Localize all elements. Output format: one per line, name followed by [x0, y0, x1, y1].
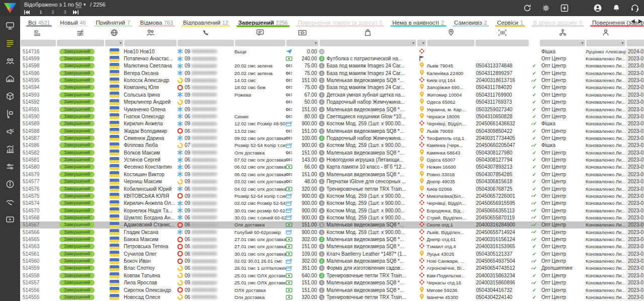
sidebar-item-marketing[interactable] [4, 127, 17, 138]
page-number-3[interactable]: 3 [59, 10, 71, 15]
filter-input-ttn[interactable] [475, 40, 529, 46]
order-row-514591[interactable]: 514591ЗавершенийЧумаченко Олена09151.001… [20, 106, 644, 113]
order-row-514560[interactable]: 514560ЗавершенийБокоч Иван0902.02 30.01 … [20, 257, 644, 264]
sidebar-item-dashboard[interactable] [4, 21, 17, 32]
filter-input-name[interactable] [124, 40, 177, 46]
order-row-514590[interactable]: 514590ЗавершенийГнатюк Олексндр06Синие80… [20, 113, 644, 120]
country-cell [105, 200, 124, 207]
order-row-514599[interactable]: 514599ЗавершенийПотапенко Анастас...0924… [20, 55, 644, 62]
order-row-514575[interactable]: 514575ЗавершенийКВІТОВСЬКА ЮЛІЯ09Розмір … [20, 192, 644, 199]
sidebar-item-clients[interactable] [4, 56, 17, 67]
kyivstar-icon [177, 207, 183, 213]
order-row-514593[interactable]: 514593ЗавершенийСольська Ірина09Рожева67… [20, 91, 644, 98]
order-row-514559[interactable]: 514559ЗавершенийВлас Слотюу0626.01 смс 1… [20, 265, 644, 272]
client-name: Малютина Светлана [124, 62, 177, 69]
filter-input-phone[interactable] [178, 40, 234, 46]
order-row-514565[interactable]: 514565ЗавершенийБаюка Максим0627.01 смс … [20, 236, 644, 243]
order-row-514566[interactable]: 514566ЗавершенийГладик Оксана09Голубий 6… [20, 229, 644, 236]
country-cell [105, 207, 124, 214]
order-row-514592[interactable]: 514592ЗавершенийМерклингер Андрей0950.00… [20, 99, 644, 106]
sidebar-item-partners[interactable] [4, 197, 17, 208]
last-page-button[interactable] [73, 10, 78, 15]
order-row-514567[interactable]: 514567ЗавершенийАдамовский Станис...06Ол… [20, 221, 644, 229]
filter-input-payment[interactable]: ▼ [286, 40, 318, 46]
order-row-514568[interactable]: 514568ЗавершенийШумляс Богдана Ан...0630… [20, 214, 644, 221]
sidebar-item-delivery[interactable] [4, 109, 17, 120]
filter-input-date[interactable] [626, 40, 644, 46]
order-row-514581[interactable]: 514581ЗавершенийУстинов Сергей0607.02 см… [20, 156, 644, 163]
order-row-514558[interactable]: 514558ЗавершенийКовпак Татьяна0925.01 см… [20, 272, 644, 279]
account-icon[interactable] [593, 3, 603, 13]
app-logo[interactable] [0, 0, 20, 16]
order-row-514579[interactable]: 514579ЗавершенийКостишин Виктор0906.02 с… [20, 171, 644, 178]
filter-input-carrier[interactable]: ▼ [417, 40, 426, 46]
filter-input-country[interactable]: ▼ [105, 40, 123, 46]
order-row-514582[interactable]: 514582ЗавершенийВолков Максим09Олх доста… [20, 149, 644, 156]
tab-3[interactable]: Прийнятий7 [91, 16, 135, 28]
sidebar-item-products[interactable] [4, 92, 17, 103]
support-icon[interactable] [630, 3, 640, 13]
tab-9[interactable]: Самовивіз2 [449, 16, 492, 28]
order-row-514588[interactable]: 514588ЗавершенийЖидак Володимир0613.02 с… [20, 127, 644, 134]
sidebar-item-settings[interactable] [4, 162, 17, 173]
order-row-514570[interactable]: 514570ЗавершенийКорнелюк Надія Та...0930… [20, 207, 644, 214]
sidebar-item-info[interactable] [4, 180, 17, 191]
refresh-icon[interactable] [522, 3, 532, 13]
sidebar-item-statistics[interactable] [4, 144, 17, 156]
order-row-514589[interactable]: 514589ЗавершенийКирилич Анжела0912.02 см… [20, 120, 644, 127]
filter-input-id[interactable] [21, 40, 56, 46]
phone-redacted [192, 158, 217, 162]
order-row-514580[interactable]: 514580ЗавершенийФесенко Константин0606.0… [20, 164, 644, 171]
tab-10[interactable]: Сервіси1 [492, 16, 528, 28]
sidebar-item-orders[interactable] [4, 39, 17, 50]
order-row-514587[interactable]: 514587ЗавершенийСеменюк Дарина0909.02 см… [20, 134, 644, 141]
tab-11[interactable]: В дорозі додому0 [528, 16, 587, 28]
filter-input-manager[interactable]: ▼ [586, 40, 625, 46]
first-page-button[interactable] [24, 10, 30, 15]
order-row-514586[interactable]: 514586ЗавершенийФіліпова Люба07Розмір 52… [20, 142, 644, 149]
order-row-514576[interactable]: 514576ЗавершенийКобилинський Юрий0604.02… [20, 185, 644, 192]
order-row-514556[interactable]: 514556ЗавершенийСиротюк Олександр09ОЛХ д… [20, 286, 644, 293]
up-icon [419, 149, 425, 156]
country-cell [105, 84, 124, 91]
order-row-514594[interactable]: 514594ЗавершенийКомпанец Юля0518.02 смс … [20, 84, 644, 91]
column-header-payment [286, 28, 319, 39]
sidebar-item-warehouse[interactable] [4, 74, 17, 85]
tabs-scroll-left-icon[interactable]: ◀ [631, 18, 635, 24]
tab-6[interactable]: Завершений2256 [233, 16, 293, 28]
filter-input-source[interactable]: ▼ [540, 40, 585, 46]
page-number-1[interactable]: 1 [35, 10, 47, 15]
order-amount: 302.00 [301, 258, 317, 264]
order-row-514561[interactable]: 514561ЗавершенийСучилов Олег0630.01 смс … [20, 250, 644, 257]
pay-cash-icon [286, 56, 292, 62]
filter-input-location[interactable] [427, 40, 474, 46]
manager-cell: Коноваленко Ли... [586, 69, 626, 77]
order-row-514716[interactable]: 514716ЗавершенийНов10 Нов1009Выцв0.000Фі… [20, 48, 644, 55]
source-cell: Опт Центр [539, 257, 586, 264]
tab-4[interactable]: Відмова763 [135, 16, 178, 28]
order-row-514595[interactable]: 514595ЗавершенийКолосок Александр0914.02… [20, 77, 644, 84]
notifications-icon[interactable] [611, 3, 621, 13]
filter-input-status[interactable] [57, 40, 104, 46]
filter-input-comment[interactable] [235, 40, 285, 46]
page-number-2[interactable]: 2 [47, 10, 59, 15]
order-row-514598[interactable]: 514598ЗавершенийМалютина Светлана0920.02… [20, 62, 644, 69]
tab-5[interactable]: Відправлений12 [178, 16, 233, 28]
pagination: 1 2 3 [24, 9, 84, 16]
order-row-514555[interactable]: 514555ЗавершенийНовосад Олеся06Олх доста… [20, 293, 644, 300]
add-order-icon[interactable] [559, 3, 570, 13]
sidebar-item-video-tutorials[interactable] [4, 215, 17, 226]
order-row-514557[interactable]: 514557ЗавершенийЛила Ярослав0925.01 смс … [20, 279, 644, 286]
tab-2[interactable]: Новый46 [55, 16, 91, 28]
order-row-514596[interactable]: 514596ЗавершенийВегера Оксана0920.02 смс… [20, 69, 644, 77]
tab-7[interactable]: Повернення товару (в дорозі)0 [293, 16, 387, 28]
order-row-514577[interactable]: 514577ЗавершенийЧерниш Максим0903.02 смс… [20, 178, 644, 185]
order-row-514574[interactable]: 514574ЗавершенийКирилич Анжела Ол...0902… [20, 200, 644, 207]
order-row-514563[interactable]: 514563ЗавершенийПетровська Тетяна0627.01… [20, 243, 644, 250]
gear-icon[interactable] [541, 3, 551, 13]
tabs-scroll-right-icon[interactable]: ▶ [638, 18, 643, 24]
filter-input-product[interactable]: ▼ [319, 40, 416, 46]
tab-8[interactable]: Нема в наявності2 [387, 16, 449, 28]
page-size-dropdown[interactable]: 50 [75, 2, 82, 8]
tab-1[interactable]: Всі4521 [23, 16, 55, 28]
